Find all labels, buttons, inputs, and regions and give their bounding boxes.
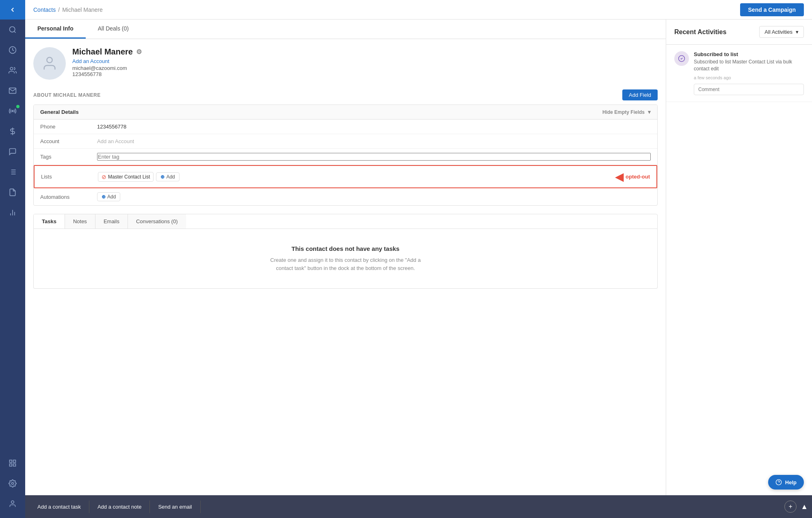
svg-rect-18 (10, 464, 12, 466)
breadcrumb: Contacts / Michael Manere (33, 7, 103, 13)
sidebar-item-list[interactable] (0, 162, 25, 182)
contact-header: Michael Manere ⚙ Add an Account michael@… (33, 47, 658, 80)
svg-point-0 (10, 27, 15, 32)
add-contact-task-button[interactable]: Add a contact task (29, 501, 89, 513)
right-panel: Recent Activities All Activities ▾ Subsc… (666, 20, 812, 518)
tags-label: Tags (40, 154, 97, 160)
right-panel-header: Recent Activities All Activities ▾ (666, 20, 812, 45)
sidebar-item-contacts[interactable] (0, 60, 25, 81)
activity-item: Subscribed to list Subscribed to list Ma… (666, 45, 812, 102)
main-tabs: Personal Info All Deals (0) (25, 20, 666, 39)
recent-activities-title: Recent Activities (674, 28, 726, 36)
add-automation-button[interactable]: ⊕ Add (97, 192, 120, 201)
sidebar-item-broadcast[interactable] (0, 101, 25, 121)
panel-scroll: Michael Manere ⚙ Add an Account michael@… (25, 39, 666, 518)
activity-type-icon (674, 51, 689, 66)
sidebar-item-mail[interactable] (0, 81, 25, 101)
activity-content: Subscribed to list Subscribed to list Ma… (694, 51, 804, 95)
sub-tab-emails[interactable]: Emails (95, 214, 128, 229)
tab-personal-info[interactable]: Personal Info (25, 20, 86, 39)
broadcast-active-dot (16, 105, 19, 108)
svg-rect-15 (10, 460, 12, 463)
help-icon (775, 479, 782, 485)
breadcrumb-contact-name: Michael Manere (62, 7, 103, 13)
contact-name-text: Michael Manere (72, 47, 133, 57)
sub-tab-conversations[interactable]: Conversations (0) (128, 214, 186, 229)
opted-out-annotation: opted-out (626, 174, 650, 180)
svg-point-20 (11, 501, 14, 504)
empty-state-description: Create one and assign it to this contact… (264, 256, 427, 272)
help-label: Help (785, 479, 797, 485)
add-contact-note-button[interactable]: Add a contact note (89, 501, 150, 513)
opted-out-icon: ⊘ (102, 174, 106, 180)
field-row-phone: Phone 1234556778 (34, 120, 657, 134)
about-header: ABOUT MICHAEL MANERE Add Field (33, 89, 658, 100)
details-card: General Details Hide Empty Fields ▾ Phon… (33, 104, 658, 206)
svg-point-3 (10, 67, 13, 70)
sidebar-collapse-button[interactable] (0, 0, 25, 20)
sub-tabs: Tasks Notes Emails Conversations (0) (33, 214, 658, 229)
sidebar-item-settings[interactable] (0, 473, 25, 494)
plus-icon: ⊕ (160, 174, 165, 180)
svg-rect-16 (13, 460, 16, 463)
contact-email: michael@cazoomi.com (72, 65, 142, 71)
phone-value: 1234556778 (97, 124, 651, 130)
phone-label: Phone (40, 124, 97, 130)
activity-description: Subscribed to list Master Contact List v… (694, 59, 804, 72)
list-item-name: Master Contact List (108, 174, 150, 180)
add-account-link[interactable]: Add an Account (72, 58, 142, 64)
sidebar (0, 0, 25, 518)
sidebar-item-search[interactable] (0, 20, 25, 40)
add-list-label: Add (166, 174, 175, 180)
add-list-button[interactable]: ⊕ Add (156, 172, 179, 181)
send-email-button[interactable]: Send an email (150, 501, 200, 513)
activities-dropdown[interactable]: All Activities ▾ (759, 26, 804, 38)
empty-state: This contact does not have any tasks Cre… (33, 229, 658, 289)
general-details-label: General Details (40, 109, 79, 115)
svg-rect-17 (13, 464, 16, 466)
activities-dropdown-label: All Activities (764, 29, 793, 35)
field-row-lists: Lists ⊘ Master Contact List ⊕ Add (34, 165, 657, 188)
sub-tab-notes[interactable]: Notes (65, 214, 95, 229)
sidebar-item-document[interactable] (0, 182, 25, 202)
sub-tab-tasks[interactable]: Tasks (34, 214, 65, 229)
contact-settings-icon[interactable]: ⚙ (136, 48, 142, 56)
left-panel: Personal Info All Deals (0) Michael Mane… (25, 20, 666, 518)
sidebar-item-window[interactable] (0, 453, 25, 473)
field-row-tags: Tags (34, 149, 657, 165)
details-card-header: General Details Hide Empty Fields ▾ (34, 105, 657, 120)
hide-empty-fields-label[interactable]: Hide Empty Fields (602, 109, 645, 115)
svg-point-21 (47, 57, 52, 63)
sidebar-item-profile[interactable] (0, 494, 25, 514)
sidebar-item-chart[interactable] (0, 202, 25, 223)
lists-label: Lists (41, 174, 98, 180)
tags-input[interactable] (97, 153, 651, 161)
tab-all-deals[interactable]: All Deals (0) (86, 20, 141, 39)
list-item-tag: ⊘ Master Contact List (98, 172, 154, 182)
breadcrumb-contacts-link[interactable]: Contacts (33, 7, 56, 13)
avatar (33, 47, 66, 80)
account-label: Account (40, 138, 97, 144)
lists-content: ⊘ Master Contact List ⊕ Add (98, 172, 607, 182)
add-automation-label: Add (107, 194, 116, 200)
sidebar-item-dollar[interactable] (0, 121, 25, 141)
send-campaign-button[interactable]: Send a Campaign (740, 3, 804, 16)
comment-input[interactable] (694, 84, 804, 95)
svg-point-4 (12, 110, 13, 111)
help-button[interactable]: Help (768, 475, 804, 490)
svg-point-19 (12, 483, 14, 485)
arrow-annotation: ◀ opted-out (615, 170, 650, 183)
sidebar-item-chat[interactable] (0, 141, 25, 162)
content-area: Personal Info All Deals (0) Michael Mane… (25, 20, 812, 518)
field-row-account: Account Add an Account (34, 134, 657, 149)
automations-label: Automations (40, 194, 97, 200)
account-value[interactable]: Add an Account (97, 138, 651, 144)
plus-circle-icon: ⊕ (102, 194, 106, 200)
dropdown-chevron-icon: ▾ (796, 29, 799, 35)
collapse-chevron-icon[interactable]: ▾ (648, 109, 651, 115)
svg-line-1 (14, 31, 16, 33)
sidebar-item-activity[interactable] (0, 40, 25, 60)
add-field-button[interactable]: Add Field (622, 89, 658, 100)
bottom-dock: Add a contact task Add a contact note Se… (25, 495, 666, 518)
main-area: Contacts / Michael Manere Send a Campaig… (25, 0, 812, 518)
